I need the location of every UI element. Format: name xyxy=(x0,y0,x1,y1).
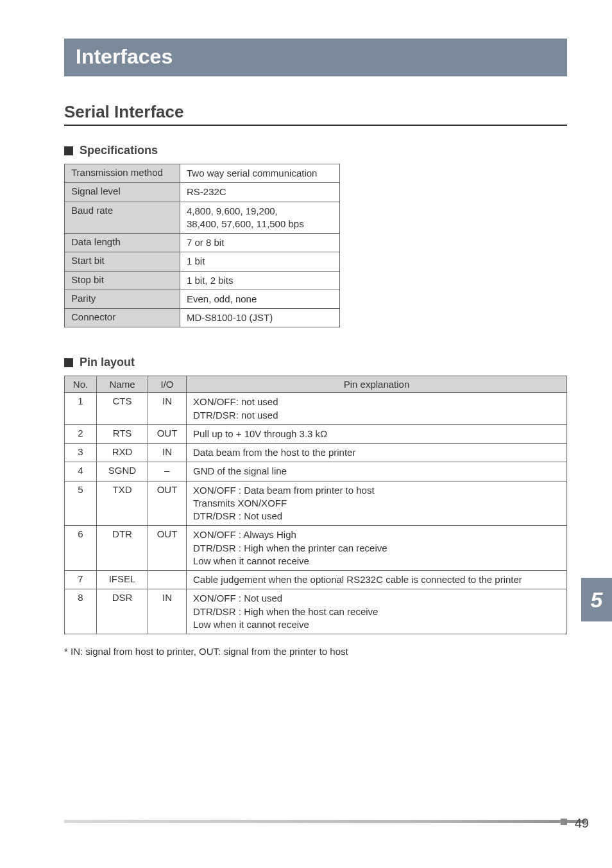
pin-no: 5 xyxy=(65,481,97,526)
table-row: 1CTSINXON/OFF: not used DTR/DSR: not use… xyxy=(65,393,567,425)
table-row: 2RTSOUTPull up to + 10V through 3.3 kΩ xyxy=(65,424,567,443)
spec-value: Even, odd, none xyxy=(180,290,340,308)
spec-value: 7 or 8 bit xyxy=(180,234,340,252)
col-name: Name xyxy=(97,376,148,393)
table-row: 4SGND–GND of the signal line xyxy=(65,462,567,481)
pin-name: RXD xyxy=(97,444,148,462)
pin-no: 3 xyxy=(65,444,97,462)
spec-key: Data length xyxy=(65,234,180,252)
footer-square-icon xyxy=(561,819,567,825)
section-title: Serial Interface xyxy=(64,102,567,126)
square-bullet-icon xyxy=(64,146,73,155)
pin-io: IN xyxy=(148,444,187,462)
pin-explanation: Data beam from the host to the printer xyxy=(187,444,567,462)
spec-value: RS-232C xyxy=(180,183,340,202)
pin-explanation: Pull up to + 10V through 3.3 kΩ xyxy=(187,424,567,443)
pin-name: DTR xyxy=(97,526,148,571)
pin-name: CTS xyxy=(97,393,148,425)
pin-name: DSR xyxy=(97,589,148,634)
pin-no: 6 xyxy=(65,526,97,571)
spec-key: Parity xyxy=(65,290,180,308)
table-row: Data length7 or 8 bit xyxy=(65,234,340,252)
spec-key: Baud rate xyxy=(65,202,180,234)
pin-io xyxy=(148,571,187,589)
col-explanation: Pin explanation xyxy=(187,376,567,393)
spec-value: 1 bit, 2 bits xyxy=(180,271,340,290)
pin-explanation: XON/OFF : Data beam from printer to host… xyxy=(187,481,567,526)
spec-value: 4,800, 9,600, 19,200, 38,400, 57,600, 11… xyxy=(180,202,340,234)
col-io: I/O xyxy=(148,376,187,393)
spec-value: Two way serial communication xyxy=(180,164,340,183)
subsection-specifications: Specifications xyxy=(64,144,567,157)
chapter-number: 5 xyxy=(591,587,603,612)
subsection-label: Specifications xyxy=(80,144,158,157)
spec-value: 1 bit xyxy=(180,252,340,271)
table-row: 5TXDOUTXON/OFF : Data beam from printer … xyxy=(65,481,567,526)
spec-key: Start bit xyxy=(65,252,180,271)
pin-io: OUT xyxy=(148,424,187,443)
pin-no: 7 xyxy=(65,571,97,589)
pin-io: OUT xyxy=(148,481,187,526)
table-row: ParityEven, odd, none xyxy=(65,290,340,308)
spec-key: Signal level xyxy=(65,183,180,202)
spec-key: Stop bit xyxy=(65,271,180,290)
pin-name: RTS xyxy=(97,424,148,443)
specifications-table: Transmission methodTwo way serial commun… xyxy=(64,164,340,327)
table-row: Start bit1 bit xyxy=(65,252,340,271)
pin-io: IN xyxy=(148,393,187,425)
pin-explanation: XON/OFF : Not used DTR/DSR : High when t… xyxy=(187,589,567,634)
pin-explanation: XON/OFF : Always High DTR/DSR : High whe… xyxy=(187,526,567,571)
table-row: Transmission methodTwo way serial commun… xyxy=(65,164,340,183)
table-row: Stop bit1 bit, 2 bits xyxy=(65,271,340,290)
chapter-tab: 5 xyxy=(581,578,612,621)
pin-io: – xyxy=(148,462,187,481)
pin-explanation: Cable judgement when the optional RS232C… xyxy=(187,571,567,589)
pin-explanation: GND of the signal line xyxy=(187,462,567,481)
pin-explanation: XON/OFF: not used DTR/DSR: not used xyxy=(187,393,567,425)
pin-layout-table: No. Name I/O Pin explanation 1CTSINXON/O… xyxy=(64,376,567,634)
subsection-label: Pin layout xyxy=(80,356,135,369)
pin-name: IFSEL xyxy=(97,571,148,589)
table-header-row: No. Name I/O Pin explanation xyxy=(65,376,567,393)
table-row: ConnectorMD-S8100-10 (JST) xyxy=(65,309,340,327)
page-number: 49 xyxy=(575,816,589,831)
pin-no: 2 xyxy=(65,424,97,443)
pin-io: IN xyxy=(148,589,187,634)
pin-no: 4 xyxy=(65,462,97,481)
table-row: 3RXDINData beam from the host to the pri… xyxy=(65,444,567,462)
pin-name: TXD xyxy=(97,481,148,526)
page-title-bar: Interfaces xyxy=(64,39,567,76)
spec-key: Connector xyxy=(65,309,180,327)
spec-value: MD-S8100-10 (JST) xyxy=(180,309,340,327)
pin-io: OUT xyxy=(148,526,187,571)
table-row: Baud rate4,800, 9,600, 19,200, 38,400, 5… xyxy=(65,202,340,234)
page-title: Interfaces xyxy=(76,45,173,68)
col-no: No. xyxy=(65,376,97,393)
table-row: Signal levelRS-232C xyxy=(65,183,340,202)
pin-no: 8 xyxy=(65,589,97,634)
footer-rule xyxy=(64,820,586,823)
table-row: 7IFSELCable judgement when the optional … xyxy=(65,571,567,589)
pin-name: SGND xyxy=(97,462,148,481)
subsection-pin-layout: Pin layout xyxy=(64,356,567,369)
spec-key: Transmission method xyxy=(65,164,180,183)
table-row: 8DSRINXON/OFF : Not used DTR/DSR : High … xyxy=(65,589,567,634)
table-row: 6DTROUTXON/OFF : Always High DTR/DSR : H… xyxy=(65,526,567,571)
footnote: * IN: signal from host to printer, OUT: … xyxy=(64,646,567,657)
pin-no: 1 xyxy=(65,393,97,425)
square-bullet-icon xyxy=(64,358,73,367)
